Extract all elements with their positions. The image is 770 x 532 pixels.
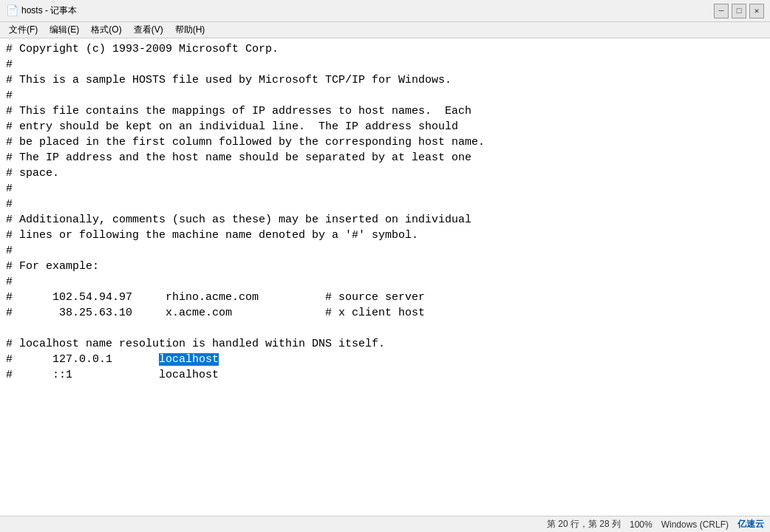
status-line-ending: Windows (CRLF) — [661, 519, 729, 530]
minimize-button[interactable]: ─ — [714, 4, 729, 18]
status-right: 第 20 行，第 28 列 100% Windows (CRLF) 亿速云 — [547, 518, 764, 531]
title-text: hosts - 记事本 — [21, 4, 77, 17]
app-icon: 📄 — [6, 4, 18, 17]
menu-help[interactable]: 帮助(H) — [169, 22, 211, 38]
menu-format[interactable]: 格式(O) — [85, 22, 127, 38]
editor-content[interactable]: # Copyright (c) 1993-2009 Microsoft Corp… — [0, 38, 770, 516]
title-bar-left: 📄 hosts - 记事本 — [6, 4, 77, 17]
menu-view[interactable]: 查看(V) — [128, 22, 169, 38]
status-bar: 第 20 行，第 28 列 100% Windows (CRLF) 亿速云 — [0, 516, 770, 532]
close-button[interactable]: ✕ — [749, 4, 764, 18]
title-bar: 📄 hosts - 记事本 ─ □ ✕ — [0, 0, 770, 22]
highlighted-text: localhost — [159, 353, 219, 366]
menu-edit[interactable]: 编辑(E) — [44, 22, 85, 38]
status-zoom: 100% — [630, 519, 653, 530]
brand-logo: 亿速云 — [737, 518, 764, 531]
status-position: 第 20 行，第 28 列 — [547, 518, 621, 531]
menu-file[interactable]: 文件(F) — [3, 22, 44, 38]
menu-bar: 文件(F) 编辑(E) 格式(O) 查看(V) 帮助(H) — [0, 22, 770, 38]
maximize-button[interactable]: □ — [732, 4, 746, 18]
title-bar-controls[interactable]: ─ □ ✕ — [714, 4, 764, 18]
